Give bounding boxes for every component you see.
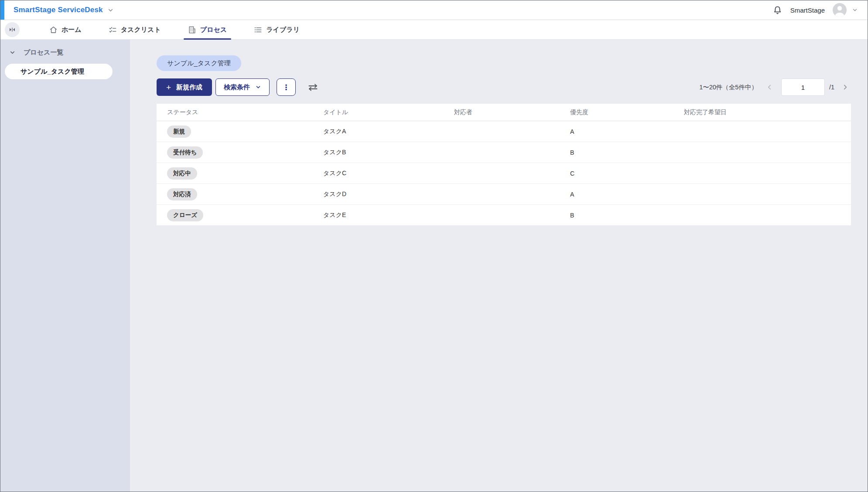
checklist-icon (109, 26, 117, 34)
tab-process[interactable]: プロセス (182, 20, 233, 40)
home-icon (49, 26, 58, 34)
table-row[interactable]: 対応済 タスクD A (157, 184, 851, 205)
table-row[interactable]: 新規 タスクA A (157, 121, 851, 142)
task-title: タスクA (323, 128, 454, 136)
page-number-input[interactable] (781, 78, 825, 96)
table-row[interactable]: クローズ タスクE B (157, 205, 851, 226)
task-priority: B (570, 149, 684, 156)
top-bar: SmartStage ServiceDesk SmartStage (0, 0, 868, 20)
nav-tabs: ホーム タスクリスト (43, 20, 321, 40)
status-badge: 対応中 (167, 167, 197, 180)
table-row[interactable]: 受付待ち タスクB B (157, 142, 851, 163)
plus-icon: + (166, 83, 171, 92)
col-header-status: ステータス (157, 109, 323, 116)
tab-library-label: ライブラリ (266, 26, 300, 34)
pagination-range-text: 1〜20件（全5件中） (699, 83, 758, 92)
tab-library[interactable]: ライブラリ (248, 20, 306, 40)
pagination: 1〜20件（全5件中） /1 (699, 78, 851, 96)
notification-bell-icon[interactable] (772, 5, 783, 15)
tab-home[interactable]: ホーム (43, 20, 88, 40)
chevron-down-icon (255, 84, 261, 90)
task-priority: A (570, 191, 684, 198)
table-header: ステータス タイトル 対応者 優先度 対応完了希望日 (157, 104, 851, 121)
tab-tasklist[interactable]: タスクリスト (103, 20, 167, 40)
col-header-priority: 優先度 (570, 109, 684, 116)
task-title: タスクB (323, 149, 454, 156)
accent-strip (0, 0, 4, 20)
status-badge: 新規 (167, 126, 191, 138)
next-page-chevron-right-icon[interactable] (840, 83, 851, 91)
tab-process-label: プロセス (200, 26, 227, 34)
sidebar-item-sample-task[interactable]: サンプル_タスク管理 (5, 64, 113, 79)
chevron-down-icon (9, 49, 16, 56)
app-title[interactable]: SmartStage ServiceDesk (14, 6, 103, 14)
kebab-menu-icon: ⋮ (283, 84, 290, 91)
more-options-button[interactable]: ⋮ (277, 78, 296, 96)
avatar[interactable] (833, 3, 847, 17)
sidebar: プロセス一覧 サンプル_タスク管理 (0, 40, 130, 492)
toolbar: + 新規作成 検索条件 ⋮ (157, 78, 851, 96)
prev-page-chevron-left-icon[interactable] (764, 83, 775, 91)
col-header-assignee: 対応者 (454, 109, 570, 116)
status-badge: 受付待ち (167, 146, 203, 159)
sidebar-collapse-button[interactable] (5, 22, 20, 37)
process-badge: サンプル_タスク管理 (157, 55, 241, 71)
tab-tasklist-label: タスクリスト (121, 26, 161, 34)
status-badge: 対応済 (167, 188, 197, 200)
user-menu-chevron-down-icon[interactable] (852, 7, 858, 13)
task-priority: C (570, 170, 684, 177)
page-total-text: /1 (829, 84, 834, 91)
col-header-due-date: 対応完了希望日 (684, 109, 851, 116)
task-title: タスクE (323, 211, 454, 219)
new-create-button[interactable]: + 新規作成 (157, 78, 212, 96)
user-name: SmartStage (790, 7, 825, 14)
table-body: 新規 タスクA A 受付待ち タスクB B 対応中 タスクC C 対応済 タスク… (157, 121, 851, 226)
status-badge: クローズ (167, 209, 203, 221)
task-priority: B (570, 212, 684, 219)
table-row[interactable]: 対応中 タスクC C (157, 163, 851, 184)
col-header-title: タイトル (323, 109, 454, 116)
nav-bar: ホーム タスクリスト (0, 20, 868, 40)
task-priority: A (570, 128, 684, 135)
sidebar-section-title: プロセス一覧 (24, 48, 63, 57)
task-title: タスクD (323, 190, 454, 198)
library-icon (254, 26, 262, 34)
sidebar-section-process-list[interactable]: プロセス一覧 (0, 45, 130, 60)
main-content: サンプル_タスク管理 + 新規作成 検索条件 ⋮ (130, 40, 868, 492)
search-conditions-button[interactable]: 検索条件 (215, 78, 270, 96)
tab-home-label: ホーム (62, 26, 82, 34)
swap-arrows-button[interactable] (307, 81, 319, 93)
app-title-chevron-down-icon[interactable] (107, 7, 114, 14)
task-table: ステータス タイトル 対応者 優先度 対応完了希望日 新規 タスクA A 受付待… (157, 104, 851, 226)
app-window: SmartStage ServiceDesk SmartStage (0, 0, 868, 492)
task-title: タスクC (323, 170, 454, 177)
building-icon (188, 26, 196, 34)
